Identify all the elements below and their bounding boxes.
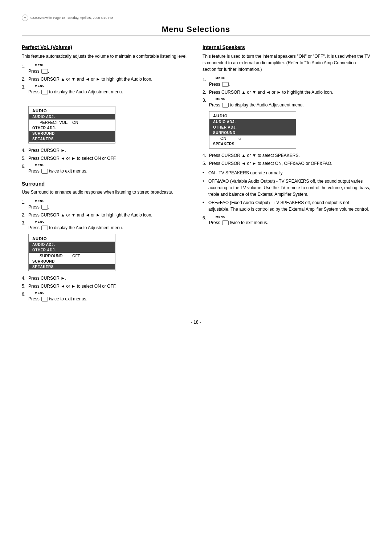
menu-icon — [222, 220, 229, 225]
step-item: 3. MENU Press to display the Audio Adjus… — [203, 97, 370, 108]
page-meta: ✛ 0335E2new.fm Page 18 Tuesday, April 25… — [22, 15, 370, 21]
bullet-item: OFF&VAO (Variable Audio Output) - TV SPE… — [203, 178, 370, 198]
menu-row-other-adj: OTHER ADJ. — [29, 247, 115, 253]
menu-row-perfect-vol-value: PERFECT VOL. ON — [29, 119, 115, 125]
step-item: 4. Press CURSOR ►. — [22, 275, 189, 281]
step-item: 6. MENU Press twice to exit menus. — [22, 291, 189, 302]
menu-label: MENU — [35, 84, 189, 88]
perfect-vol-intro: This feature automatically adjusts the v… — [22, 53, 189, 60]
internal-speakers-steps: 1. MENU Press . 2. Press CURSOR ▲ or ▼ a… — [203, 76, 370, 108]
page-number: - 18 - — [191, 320, 201, 325]
menu-label: MENU — [35, 220, 189, 224]
internal-speakers-title: Internal Speakers — [203, 44, 370, 50]
step-item: 3. MENU Press to display the Audio Adjus… — [22, 220, 189, 231]
menu-row-surround: SURROUND — [29, 131, 115, 136]
menu-row-speakers: SPEAKERS — [29, 264, 115, 270]
step-item: 1. MENU Press . — [203, 76, 370, 88]
internal-speakers-bullets: ON - TV SPEAKERS operate normally. OFF&V… — [203, 170, 370, 212]
menu-header: AUDIO — [29, 108, 115, 114]
corner-mark-left: ✛ — [22, 15, 28, 21]
menu-label: MENU — [35, 291, 189, 295]
menu-label: MENU — [216, 97, 370, 101]
step-item: 4. Press CURSOR ▲ or ▼ to select SPEAKER… — [203, 152, 370, 159]
surround-menu-box: AUDIO AUDIO ADJ. OTHER ADJ. SURROUND OFF… — [28, 234, 115, 271]
bullet-item: ON - TV SPEAKERS operate normally. — [203, 170, 370, 176]
menu-header: AUDIO — [29, 236, 115, 242]
menu-label: MENU — [35, 199, 189, 203]
menu-header: AUDIO — [209, 113, 296, 119]
menu-icon — [41, 226, 48, 230]
menu-row-surround: SURROUND — [29, 259, 115, 264]
surround-section: Surround Use Surround to enhance audio r… — [22, 181, 189, 302]
menu-icon — [41, 169, 48, 174]
menu-row-surround-value: SURROUND OFF — [29, 253, 115, 259]
step-item: 6. MENU Press twice to exit menus. — [203, 215, 370, 226]
internal-speakers-steps-after: 4. Press CURSOR ▲ or ▼ to select SPEAKER… — [203, 152, 370, 167]
perfect-vol-menu-box: AUDIO AUDIO ADJ. PERFECT VOL. ON OTHER A… — [28, 106, 115, 143]
surround-title: Surround — [22, 181, 189, 187]
menu-label: MENU — [216, 215, 370, 219]
menu-row-other-adj: OTHER ADJ. — [29, 125, 115, 131]
menu-row-audio-adj: AUDIO ADJ. — [209, 119, 296, 125]
meta-text: 0335E2new.fm Page 18 Tuesday, April 25, … — [30, 16, 113, 20]
menu-label: MENU — [35, 63, 189, 68]
surround-steps: 1. MENU Press . 2. Press CURSOR ▲ or ▼ a… — [22, 199, 189, 231]
menu-icon — [41, 90, 48, 94]
step-item: 2. Press CURSOR ▲ or ▼ and ◄ or ► to hig… — [203, 89, 370, 96]
internal-speakers-menu-box: AUDIO AUDIO ADJ. OTHER ADJ. SURROUND ON … — [209, 111, 296, 149]
internal-speakers-section: Internal Speakers This feature is used t… — [203, 44, 370, 226]
step-item: 5. Press CURSOR ◄ or ► to select ON or O… — [22, 155, 189, 162]
main-content: Perfect Vol. (Volume) This feature autom… — [22, 44, 370, 305]
surround-steps-after: 4. Press CURSOR ►. 5. Press CURSOR ◄ or … — [22, 275, 189, 302]
step-item: 1. MENU Press . — [22, 63, 189, 74]
step-item: 3. MENU Press to display the Audio Adjus… — [22, 84, 189, 95]
step-item: 1. MENU Press . — [22, 199, 189, 210]
bullet-item: OFF&FAO (Fixed Audio Output) - TV SPEAKE… — [203, 199, 370, 212]
period-mark: . — [28, 98, 189, 103]
step-item: 6. MENU Press twice to exit menus. — [22, 163, 189, 174]
step-item: 2. Press CURSOR ▲ or ▼ and ◄ or ► to hig… — [22, 76, 189, 82]
page-footer: - 18 - — [22, 320, 370, 325]
internal-speakers-steps-final: 6. MENU Press twice to exit menus. — [203, 215, 370, 226]
menu-label: MENU — [35, 163, 189, 167]
menu-icon — [41, 205, 48, 210]
menu-row-other-adj: OTHER ADJ. — [209, 125, 296, 130]
menu-icon — [41, 297, 48, 301]
step-item: 2. Press CURSOR ▲ or ▼ and ◄ or ► to hig… — [22, 212, 189, 218]
menu-row-speakers: SPEAKERS — [209, 141, 296, 147]
surround-intro: Use Surround to enhance audio response w… — [22, 189, 189, 195]
perfect-vol-steps: 1. MENU Press . 2. Press CURSOR ▲ or ▼ a… — [22, 63, 189, 95]
menu-label: MENU — [216, 76, 370, 81]
menu-row-audio-adj: AUDIO ADJ. — [29, 242, 115, 247]
page-title-section: Menu Selections — [22, 25, 370, 36]
menu-row-speakers: SPEAKERS — [29, 136, 115, 142]
perfect-vol-steps-after: 4. Press CURSOR ►. 5. Press CURSOR ◄ or … — [22, 147, 189, 174]
perfect-vol-section: Perfect Vol. (Volume) This feature autom… — [22, 44, 189, 174]
right-column: Internal Speakers This feature is used t… — [203, 44, 370, 305]
left-column: Perfect Vol. (Volume) This feature autom… — [22, 44, 189, 305]
step-item: 5. Press CURSOR ◄ or ► to select ON, OFF… — [203, 160, 370, 167]
menu-icon — [41, 69, 48, 74]
internal-speakers-intro: This feature is used to turn the interna… — [203, 53, 370, 73]
menu-icon — [222, 82, 229, 87]
menu-icon — [222, 103, 229, 108]
menu-row-audio-adj: AUDIO ADJ. — [29, 114, 115, 119]
menu-row-surround: SURROUND — [209, 130, 296, 135]
menu-row-speakers-value: ON u — [209, 135, 296, 141]
step-item: 4. Press CURSOR ►. — [22, 147, 189, 154]
perfect-vol-title: Perfect Vol. (Volume) — [22, 44, 189, 50]
step-item: 5. Press CURSOR ◄ or ► to select ON or O… — [22, 283, 189, 289]
page-title: Menu Selections — [22, 25, 370, 34]
